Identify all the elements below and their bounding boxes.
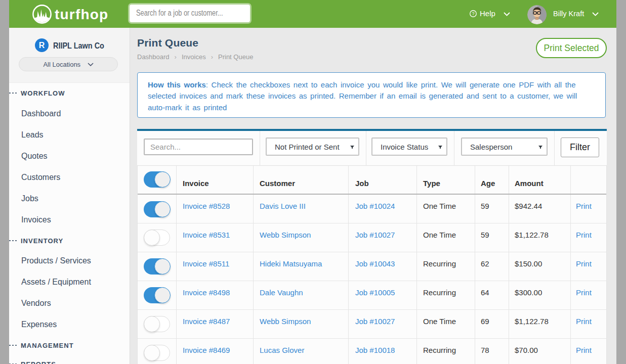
svg-text:?: ? — [472, 11, 474, 16]
